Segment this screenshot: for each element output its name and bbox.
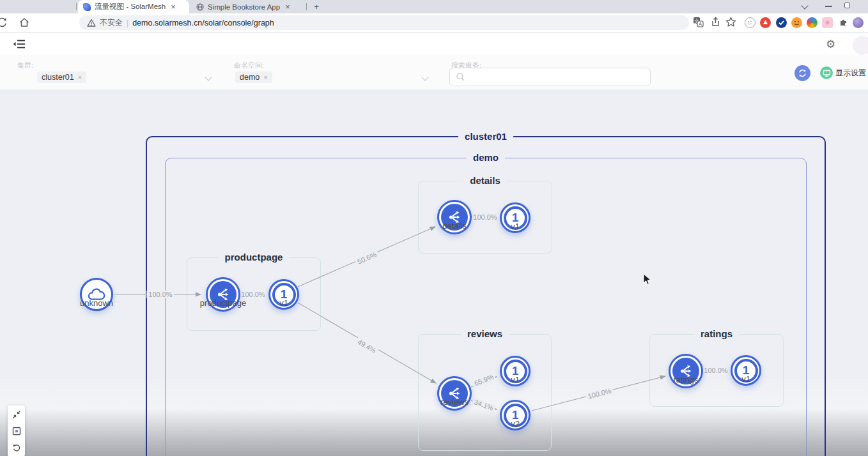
extension-smiley-icon[interactable] — [745, 17, 756, 28]
gear-icon[interactable]: ⚙ — [826, 38, 835, 50]
extensions-puzzle-icon[interactable] — [838, 17, 849, 28]
namespace-tag-text: demo — [240, 73, 260, 82]
monitor-icon — [820, 66, 833, 79]
browser-window: esh × 流量视图 - SolarMesh × Simple Bookstor… — [0, 0, 868, 456]
home-icon[interactable] — [18, 16, 31, 29]
namespace-tag[interactable]: demo × — [235, 72, 272, 83]
extension-emoji-icon[interactable] — [791, 17, 802, 28]
navigation-bar: 不安全 | demo.solarmesh.cn/solar/console/gr… — [0, 13, 868, 32]
security-label: 不安全 — [100, 17, 123, 28]
edge-label: 100.0% — [146, 291, 174, 298]
node-label: v2 — [470, 419, 560, 429]
globe-favicon — [196, 3, 204, 11]
profile-avatar[interactable] — [853, 17, 864, 28]
solarmesh-favicon — [83, 3, 91, 11]
extension-colorful-icon[interactable] — [807, 17, 818, 28]
bookmark-star-icon[interactable] — [725, 16, 738, 29]
remove-tag-icon[interactable]: × — [263, 73, 267, 81]
cluster-tag[interactable]: cluster01 × — [37, 72, 86, 83]
tab-title: 流量视图 - SolarMesh — [95, 2, 166, 11]
mouse-cursor — [643, 273, 651, 288]
collapse-icon[interactable] — [12, 410, 21, 419]
maximize-icon[interactable] — [844, 3, 850, 8]
tab-divider — [306, 3, 307, 10]
chevron-down-icon[interactable] — [422, 75, 428, 80]
node-label: reviews — [410, 397, 499, 407]
search-input[interactable] — [449, 68, 651, 86]
node-label: v1 — [470, 375, 560, 384]
translate-icon[interactable]: 文A — [692, 16, 705, 29]
url-text: demo.solarmesh.cn/solar/console/graph — [132, 19, 274, 27]
node-label: unknown — [52, 298, 141, 308]
close-icon[interactable]: × — [169, 3, 177, 11]
tab-title: Simple Bookstore App — [208, 3, 280, 11]
new-tab-button[interactable]: + — [311, 2, 322, 12]
refresh-button[interactable] — [794, 65, 810, 81]
chevron-down-icon[interactable] — [206, 75, 212, 80]
tab-strip: esh × 流量视图 - SolarMesh × Simple Bookstor… — [0, 0, 868, 13]
extension-red-icon[interactable] — [760, 17, 771, 28]
svg-text:A: A — [699, 21, 702, 27]
tab-divider — [76, 3, 77, 10]
tab-solarmesh-partial[interactable]: esh × — [0, 0, 75, 13]
close-icon[interactable]: × — [284, 3, 291, 11]
url-bar[interactable]: 不安全 | demo.solarmesh.cn/solar/console/gr… — [79, 15, 689, 30]
extension-pink-icon[interactable] — [822, 17, 833, 28]
traffic-graph-canvas[interactable]: cluster01 demo productpage details revie… — [0, 89, 868, 456]
edge-label: 100.0% — [471, 213, 499, 221]
tab-search-chevron-icon[interactable] — [801, 2, 809, 10]
graph-toolbar — [8, 406, 25, 456]
node-label: v1 — [470, 222, 560, 231]
cluster-filter-label: 集群: — [17, 61, 33, 70]
url-separator: | — [127, 19, 128, 27]
remove-tag-icon[interactable]: × — [78, 73, 82, 81]
minimize-icon[interactable] — [825, 6, 832, 7]
user-avatar[interactable] — [853, 36, 868, 55]
reload-icon[interactable] — [0, 16, 8, 29]
node-label: v1 — [239, 298, 329, 308]
refresh-icon — [798, 68, 807, 78]
tab-traffic-view[interactable]: 流量视图 - SolarMesh × — [78, 0, 189, 13]
reset-icon[interactable] — [12, 443, 21, 452]
tab-bookstore[interactable]: Simple Bookstore App × — [191, 0, 304, 13]
search-icon — [456, 72, 465, 82]
display-settings-button[interactable]: 显示设置 — [820, 66, 866, 79]
fit-screen-icon[interactable] — [12, 427, 21, 436]
app-header: ⚙ — [0, 33, 868, 55]
namespace-filter-label: 命名空间: — [234, 61, 264, 70]
edge-label: 100.0% — [702, 367, 729, 374]
menu-fold-icon[interactable] — [13, 38, 26, 52]
filter-bar: 集群: cluster01 × 命名空间: demo × 搜索服务: 显示设置 — [0, 55, 868, 89]
share-icon[interactable] — [709, 16, 722, 29]
edge-label: 100.0% — [239, 291, 267, 298]
node-label: v1 — [701, 374, 791, 384]
cluster-tag-text: cluster01 — [42, 73, 74, 82]
display-settings-label: 显示设置 — [835, 68, 866, 79]
warning-icon — [87, 19, 96, 27]
extension-check-icon[interactable] — [776, 17, 787, 28]
